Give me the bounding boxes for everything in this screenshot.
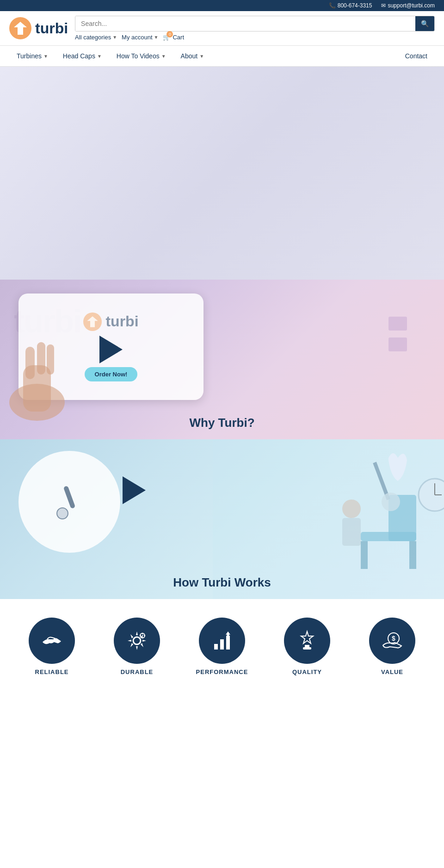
thumb-logo-text: turbi [105, 313, 138, 330]
deco-rect-2 [388, 337, 407, 351]
nav-item-contact[interactable]: Contact [398, 46, 435, 66]
chevron-down-icon: ▼ [161, 54, 166, 59]
svg-rect-5 [37, 342, 45, 375]
hero-banner [0, 67, 444, 280]
durable-label: DURABLE [121, 668, 154, 675]
video-1-inner: turbi turbi Order Now! [0, 280, 444, 439]
header: turbi 🔍 All categories ▼ My account ▼ 🛒 … [0, 11, 444, 45]
nav-item-head-caps[interactable]: Head Caps ▼ [56, 46, 109, 66]
cart-icon-wrapper: 🛒 0 [163, 34, 170, 41]
turbine-tool-icon [51, 483, 88, 520]
account-row: All categories ▼ My account ▼ 🛒 0 Cart [75, 34, 435, 41]
video-2-inner: How Turbi Works [0, 439, 444, 599]
value-icon: $ [381, 629, 404, 652]
nav-turbines-label: Turbines [17, 52, 42, 60]
phone-icon: 📞 [329, 2, 336, 9]
reliable-icon [40, 629, 63, 652]
play-triangle-icon-2 [123, 476, 146, 504]
why-turbi-title: Why Turbi? [0, 416, 444, 430]
cart-label: Cart [173, 34, 184, 41]
my-account-link[interactable]: My account ▼ [122, 34, 158, 41]
reliable-label: RELIABLE [35, 668, 69, 675]
main-nav: Turbines ▼ Head Caps ▼ How To Videos ▼ A… [0, 45, 444, 67]
feature-durable: DURABLE [100, 618, 174, 675]
all-categories-label: All categories [75, 34, 111, 41]
svg-rect-11 [409, 541, 416, 569]
nav-item-turbines[interactable]: Turbines ▼ [9, 46, 56, 66]
svg-rect-10 [361, 541, 368, 569]
nav-item-how-to-videos[interactable]: How To Videos ▼ [109, 46, 173, 66]
thumb-logo-icon [83, 312, 102, 331]
svg-rect-27 [303, 647, 311, 649]
my-account-label: My account [122, 34, 152, 41]
svg-rect-23 [214, 644, 218, 649]
email-icon: ✉ [381, 2, 386, 9]
email-info: ✉ support@turbi.com [381, 2, 435, 9]
why-turbi-section: turbi turbi Order Now! [0, 280, 444, 439]
feature-reliable: RELIABLE [15, 618, 89, 675]
logo-text: turbi [35, 20, 68, 37]
how-turbi-works-section: How Turbi Works [0, 439, 444, 599]
svg-point-13 [382, 493, 400, 511]
turbi-logo-icon [9, 17, 31, 39]
svg-rect-26 [305, 645, 309, 647]
features-section: RELIABLE DURABLE [0, 599, 444, 694]
chevron-down-icon: ▼ [43, 54, 48, 59]
value-label: VALUE [381, 668, 403, 675]
svg-rect-6 [47, 344, 54, 375]
nav-contact-label: Contact [405, 52, 427, 60]
svg-text:$: $ [392, 635, 395, 642]
svg-rect-19 [63, 486, 75, 509]
svg-rect-18 [342, 518, 361, 546]
feature-performance: PERFORMANCE [185, 618, 259, 675]
hand-svg [0, 328, 74, 421]
durable-icon-circle [114, 618, 160, 664]
email-address: support@turbi.com [388, 2, 435, 9]
chevron-down-icon: ▼ [112, 35, 117, 40]
cart-area[interactable]: 🛒 0 Cart [163, 34, 184, 41]
quality-icon [296, 629, 319, 652]
svg-rect-24 [220, 639, 224, 649]
search-input[interactable] [75, 16, 415, 31]
play-button-2[interactable] [120, 476, 148, 504]
deco-rect-1 [388, 317, 407, 331]
chevron-down-icon: ▼ [154, 35, 159, 40]
hero-inner [0, 67, 444, 280]
feature-quality: QUALITY [270, 618, 344, 675]
nav-how-to-videos-label: How To Videos [117, 52, 160, 60]
quality-icon-circle [284, 618, 330, 664]
value-icon-circle: $ [369, 618, 415, 664]
svg-point-17 [342, 500, 361, 518]
performance-icon-circle [199, 618, 245, 664]
reliable-icon-circle [29, 618, 75, 664]
logo-link[interactable]: turbi [9, 17, 68, 39]
search-area: 🔍 All categories ▼ My account ▼ 🛒 0 Cart [75, 16, 435, 41]
play-triangle-icon [99, 336, 123, 363]
order-now-button[interactable]: Order Now! [85, 367, 138, 381]
svg-point-20 [57, 508, 68, 519]
durable-icon [125, 629, 148, 652]
phone-number: 800-674-3315 [338, 2, 372, 9]
svg-rect-4 [25, 347, 35, 379]
performance-label: PERFORMANCE [196, 668, 248, 675]
all-categories-link[interactable]: All categories ▼ [75, 34, 117, 41]
how-turbi-works-title: How Turbi Works [0, 575, 444, 590]
nav-about-label: About [181, 52, 198, 60]
nav-item-about[interactable]: About ▼ [173, 46, 212, 66]
search-bar: 🔍 [75, 16, 435, 31]
cart-badge: 0 [166, 31, 173, 37]
performance-icon [210, 629, 234, 652]
chevron-down-icon: ▼ [199, 54, 204, 59]
play-button-1[interactable] [97, 336, 125, 363]
feature-value: $ VALUE [355, 618, 429, 675]
nav-head-caps-label: Head Caps [63, 52, 95, 60]
svg-point-21 [133, 637, 141, 644]
chevron-down-icon: ▼ [97, 54, 102, 59]
top-bar: 📞 800-674-3315 ✉ support@turbi.com [0, 0, 444, 11]
hand-illustration [0, 328, 74, 421]
svg-rect-25 [226, 636, 230, 649]
how-works-video-circle[interactable] [18, 451, 120, 553]
phone-info: 📞 800-674-3315 [329, 2, 372, 9]
quality-label: QUALITY [292, 668, 322, 675]
search-button[interactable]: 🔍 [415, 16, 434, 31]
